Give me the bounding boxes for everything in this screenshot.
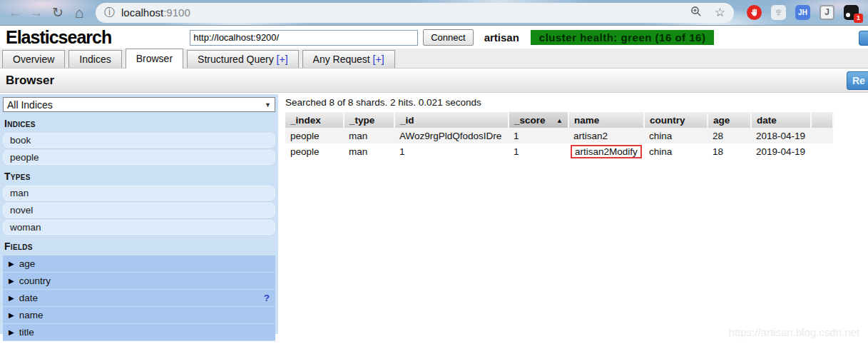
- notification-badge: 1: [854, 14, 863, 23]
- cell-name: artisan2Modify: [568, 143, 644, 159]
- cell-empty: [811, 128, 833, 143]
- cell-type: man: [344, 143, 394, 159]
- adblock-extension-icon[interactable]: [747, 5, 762, 20]
- cluster-name: artisan: [484, 31, 519, 44]
- index-filter-select[interactable]: All Indices ▼: [3, 97, 275, 112]
- table-row[interactable]: people man AWoz9rgPldQfodosIDre 1 artisa…: [285, 128, 833, 143]
- indices-section-header: Indices: [4, 118, 274, 129]
- cell-score: 1: [509, 143, 568, 159]
- tab-bar: Overview Indices Browser Structured Quer…: [0, 49, 868, 69]
- url-port: :9100: [163, 6, 190, 19]
- expand-arrow-icon[interactable]: ▶: [9, 294, 14, 302]
- chevron-down-icon: ▼: [265, 101, 271, 108]
- table-row[interactable]: people man 1 1 artisan2Modify china 18 2…: [285, 143, 833, 159]
- col-id[interactable]: _id: [394, 112, 509, 128]
- cell-age: 28: [708, 128, 751, 143]
- help-icon[interactable]: ?: [264, 293, 270, 303]
- search-summary: Searched 8 of 8 shards. 2 hits. 0.021 se…: [285, 97, 863, 108]
- sidebar-field-date[interactable]: ▶ date ?: [3, 290, 275, 307]
- tab-structured-query-label: Structured Query: [198, 54, 274, 65]
- cell-name: artisan2: [568, 128, 644, 143]
- csdn-watermark: https://artisan.blog.csdn.net: [729, 326, 859, 338]
- extension-row: JH J 1: [747, 5, 859, 20]
- tab-overview[interactable]: Overview: [2, 50, 65, 68]
- col-country[interactable]: country: [644, 112, 708, 128]
- app-title: Elasticsearch: [6, 27, 111, 48]
- col-age[interactable]: age: [708, 112, 751, 128]
- index-filter-value: All Indices: [7, 99, 53, 111]
- cell-name-value: artisan2Modify: [575, 146, 638, 157]
- fields-section-header: Fields: [4, 241, 274, 252]
- sidebar-item-index-book[interactable]: book: [3, 133, 275, 148]
- tab-plus-icon: [+]: [373, 54, 384, 65]
- field-label: title: [19, 327, 34, 338]
- refresh-icon[interactable]: ↻: [47, 4, 68, 21]
- field-label: name: [19, 310, 44, 320]
- cell-country: china: [644, 128, 708, 143]
- col-name[interactable]: name: [568, 112, 644, 128]
- back-icon[interactable]: ←: [4, 5, 26, 21]
- col-type[interactable]: _type: [344, 112, 394, 128]
- sidebar-field-country[interactable]: ▶ country: [3, 273, 275, 290]
- sidebar-item-type-woman[interactable]: woman: [3, 220, 275, 235]
- bookmark-star-icon[interactable]: ☆: [715, 5, 725, 20]
- app-header: Elasticsearch Connect artisan cluster he…: [0, 26, 868, 49]
- tab-browser[interactable]: Browser: [126, 49, 183, 69]
- connect-button[interactable]: Connect: [423, 29, 473, 46]
- home-icon[interactable]: ⌂: [68, 4, 90, 21]
- cell-age: 18: [708, 143, 751, 159]
- tab-structured-query[interactable]: Structured Query [+]: [187, 50, 298, 68]
- tab-any-request-label: Any Request: [313, 54, 370, 65]
- url-host: localhost: [121, 6, 163, 19]
- sidebar-item-type-novel[interactable]: novel: [3, 203, 275, 218]
- robot-extension-icon[interactable]: [771, 5, 786, 20]
- browser-toolbar: ← → ↻ ⌂ ⓘ localhost :9100 ☆ JH J 1: [0, 0, 868, 26]
- results-panel: Searched 8 of 8 shards. 2 hits. 0.021 se…: [285, 97, 863, 159]
- col-empty: [811, 112, 833, 128]
- j-extension-icon[interactable]: J: [820, 5, 834, 20]
- sidebar-field-title[interactable]: ▶ title: [3, 324, 275, 341]
- expand-arrow-icon[interactable]: ▶: [9, 277, 14, 285]
- tab-any-request[interactable]: Any Request [+]: [302, 50, 395, 68]
- sidebar-field-name[interactable]: ▶ name: [3, 307, 275, 324]
- zoom-icon[interactable]: [690, 6, 702, 19]
- sidebar-item-type-man[interactable]: man: [3, 186, 275, 201]
- tab-plus-icon: [+]: [277, 54, 288, 65]
- sidebar-item-index-people[interactable]: people: [3, 150, 275, 165]
- field-label: age: [19, 258, 36, 269]
- cluster-health-badge: cluster health: green (16 of 16): [531, 30, 715, 45]
- screenshot-extension-icon[interactable]: 1: [844, 5, 859, 20]
- site-info-icon[interactable]: ⓘ: [104, 6, 115, 19]
- jh-extension-icon[interactable]: JH: [795, 5, 810, 20]
- cell-id: 1: [394, 143, 509, 159]
- expand-arrow-icon[interactable]: ▶: [9, 260, 14, 268]
- cell-date: 2018-04-19: [751, 128, 811, 143]
- camera-dot: [846, 13, 850, 17]
- refresh-button[interactable]: Re: [847, 71, 868, 90]
- tab-browser-label: Browser: [136, 53, 173, 64]
- sort-asc-icon: ▲: [556, 117, 563, 124]
- col-score-label: _score: [514, 115, 546, 126]
- results-table: _index _type _id _score ▲ name country a…: [285, 112, 834, 159]
- info-button-partial[interactable]: [859, 31, 868, 46]
- tab-indices[interactable]: Indices: [68, 50, 121, 68]
- col-score[interactable]: _score ▲: [509, 112, 568, 128]
- field-label: country: [19, 275, 51, 286]
- table-header-row: _index _type _id _score ▲ name country a…: [285, 112, 833, 128]
- cell-id: AWoz9rgPldQfodosIDre: [394, 128, 509, 143]
- types-section-header: Types: [4, 171, 274, 182]
- cell-type: man: [344, 128, 394, 143]
- forward-icon[interactable]: →: [26, 5, 47, 21]
- cell-country: china: [644, 143, 708, 159]
- col-date[interactable]: date: [751, 112, 811, 128]
- cell-score: 1: [509, 128, 568, 143]
- col-index[interactable]: _index: [285, 112, 344, 128]
- cell-index: people: [285, 128, 344, 143]
- expand-arrow-icon[interactable]: ▶: [9, 311, 14, 319]
- sidebar-field-age[interactable]: ▶ age: [3, 256, 275, 273]
- tab-overview-label: Overview: [13, 54, 54, 65]
- field-label: date: [19, 293, 38, 303]
- address-bar[interactable]: ⓘ localhost :9100 ☆: [96, 3, 734, 23]
- expand-arrow-icon[interactable]: ▶: [9, 328, 14, 336]
- endpoint-input[interactable]: [190, 30, 418, 46]
